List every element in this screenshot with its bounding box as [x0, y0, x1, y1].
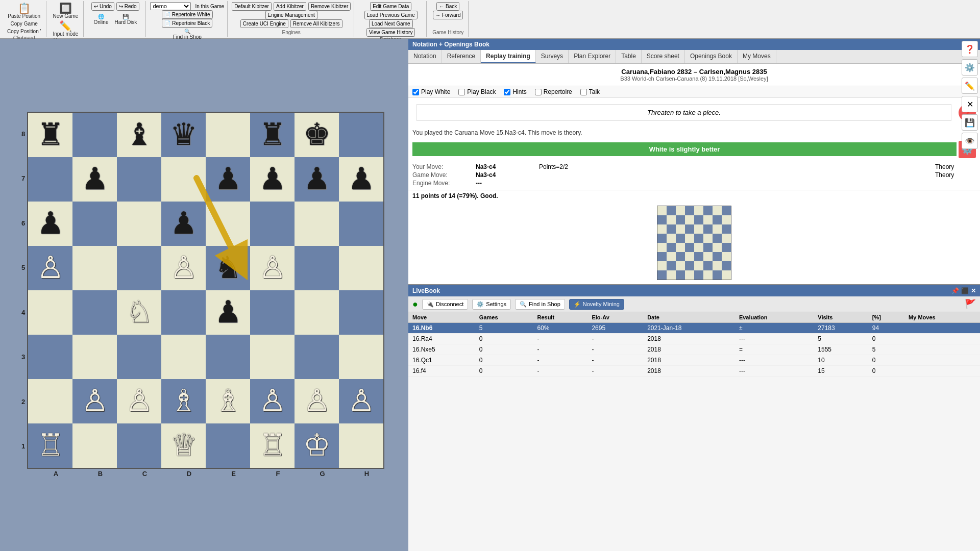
tab-replay-training[interactable]: Replay training	[481, 50, 536, 63]
cell-H1[interactable]	[339, 423, 383, 468]
pencil-sidebar-btn[interactable]: ✏️	[962, 78, 978, 94]
col-elo[interactable]: Elo-Av	[587, 312, 643, 323]
cell-F7[interactable]	[250, 157, 295, 202]
remove-kibitzer-button[interactable]: Remove Kibitzer	[308, 2, 351, 11]
cell-C2[interactable]	[117, 379, 161, 423]
livebook-pin-icon[interactable]: 📌	[951, 287, 959, 294]
remove-all-button[interactable]: Remove All Kibitzers	[290, 19, 342, 28]
cell-B1[interactable]	[72, 423, 117, 468]
livebook-green-dot[interactable]: ●	[412, 299, 418, 310]
forward-button[interactable]: → Forward	[433, 11, 463, 19]
cell-H8[interactable]	[339, 113, 383, 157]
cell-F4[interactable]	[250, 290, 295, 335]
view-game-history-button[interactable]: View Game History	[366, 28, 415, 37]
cell-D2[interactable]	[161, 379, 206, 423]
cell-B8[interactable]	[72, 113, 117, 157]
repertoire-checkbox[interactable]: Repertoire	[535, 88, 572, 95]
livebook-row-1[interactable]: 16.Ra40--2018---50	[408, 334, 980, 344]
cell-G7[interactable]	[295, 157, 339, 202]
livebook-row-2[interactable]: 16.Nxe50--2018=15555	[408, 344, 980, 355]
repertoire-black-button[interactable]: 📄 Repertoire Black	[162, 19, 212, 28]
cell-E7[interactable]	[206, 157, 250, 202]
redo-button[interactable]: ↪ Redo	[116, 2, 139, 11]
cell-H3[interactable]	[339, 335, 383, 379]
col-eval[interactable]: Evaluation	[735, 312, 814, 323]
talk-checkbox[interactable]: Talk	[580, 88, 600, 95]
play-white-input[interactable]	[412, 89, 419, 95]
cell-G6[interactable]	[295, 202, 339, 246]
cell-C4[interactable]	[117, 290, 161, 335]
help-sidebar-btn[interactable]: ❓	[962, 41, 978, 57]
load-next-button[interactable]: Load Next Game	[369, 19, 413, 28]
cell-D1[interactable]	[161, 423, 206, 468]
cell-F2[interactable]	[250, 379, 295, 423]
edit-game-data-button[interactable]: Edit Game Data	[370, 2, 411, 11]
undo-button[interactable]: ↩ Undo	[91, 2, 114, 11]
cell-A8[interactable]	[28, 113, 72, 157]
col-visits[interactable]: Visits	[814, 312, 868, 323]
load-previous-button[interactable]: Load Previous Game	[364, 11, 418, 19]
tab-plan-explorer[interactable]: Plan Explorer	[569, 50, 616, 63]
chess-board[interactable]	[27, 112, 384, 469]
repertoire-white-button[interactable]: 📄 Repertoire White	[162, 10, 213, 19]
cell-D5[interactable]	[161, 246, 206, 290]
cell-H7[interactable]	[339, 157, 383, 202]
cell-A2[interactable]	[28, 379, 72, 423]
demo-dropdown[interactable]: demo	[150, 2, 191, 10]
col-move[interactable]: Move	[408, 312, 475, 323]
cell-E4[interactable]	[206, 290, 250, 335]
play-black-checkbox[interactable]: Play Black	[458, 88, 496, 95]
cell-A6[interactable]	[28, 202, 72, 246]
tab-notation[interactable]: Notation	[408, 50, 442, 63]
create-uci-button[interactable]: Create UCI Engine	[240, 19, 288, 28]
cell-H6[interactable]	[339, 202, 383, 246]
col-games[interactable]: Games	[475, 312, 533, 323]
disconnect-button[interactable]: 🔌 Disconnect	[422, 299, 468, 310]
play-black-input[interactable]	[458, 89, 465, 95]
livebook-expand-icon[interactable]: ⬛	[961, 287, 969, 294]
find-shop-livebook-button[interactable]: 🔍 Find in Shop	[515, 299, 565, 310]
cell-A3[interactable]	[28, 335, 72, 379]
cell-E5[interactable]	[206, 246, 250, 290]
cell-G3[interactable]	[295, 335, 339, 379]
cell-E2[interactable]	[206, 379, 250, 423]
cell-A5[interactable]	[28, 246, 72, 290]
livebook-flag-icon[interactable]: 🚩	[965, 298, 976, 310]
engine-management-button[interactable]: Engine Management	[265, 11, 317, 19]
cell-B6[interactable]	[72, 202, 117, 246]
cell-H4[interactable]	[339, 290, 383, 335]
cell-C7[interactable]	[117, 157, 161, 202]
cell-D7[interactable]	[161, 157, 206, 202]
col-my-moves[interactable]: My Moves	[904, 312, 980, 323]
close-sidebar-btn[interactable]: ✕	[962, 96, 978, 112]
tab-surveys[interactable]: Surveys	[536, 50, 569, 63]
col-date[interactable]: Date	[643, 312, 735, 323]
cell-F6[interactable]	[250, 202, 295, 246]
eye-sidebar-btn[interactable]: 👁️	[962, 133, 978, 149]
tab-my-moves[interactable]: My Moves	[738, 50, 776, 63]
cell-E6[interactable]	[206, 202, 250, 246]
cell-B3[interactable]	[72, 335, 117, 379]
cell-F1[interactable]	[250, 423, 295, 468]
hard-disk-button[interactable]: 💾 Hard Disk	[112, 13, 139, 26]
novelty-mining-button[interactable]: ⚡ Novelty Mining	[569, 299, 624, 310]
new-game-button[interactable]: 🔲 New Game	[51, 2, 80, 20]
cell-D4[interactable]	[161, 290, 206, 335]
copy-game-button[interactable]: Copy Game	[9, 20, 40, 28]
cell-F8[interactable]	[250, 113, 295, 157]
cell-G2[interactable]	[295, 379, 339, 423]
tab-score-sheet[interactable]: Score sheet	[642, 50, 685, 63]
livebook-row-4[interactable]: 16.f40--2018---150	[408, 366, 980, 377]
add-kibitzer-button[interactable]: Add Kibitzer	[274, 2, 306, 11]
cell-A1[interactable]	[28, 423, 72, 468]
cell-B4[interactable]	[72, 290, 117, 335]
gear-sidebar-btn[interactable]: ⚙️	[962, 59, 978, 76]
paste-position-button[interactable]: 📋 Paste Position	[6, 2, 42, 20]
livebook-close-icon[interactable]: ✕	[971, 287, 976, 294]
tab-table[interactable]: Table	[616, 50, 642, 63]
cell-D8[interactable]	[161, 113, 206, 157]
cell-D3[interactable]	[161, 335, 206, 379]
play-white-checkbox[interactable]: Play White	[412, 88, 450, 95]
cell-E1[interactable]	[206, 423, 250, 468]
cell-B5[interactable]	[72, 246, 117, 290]
